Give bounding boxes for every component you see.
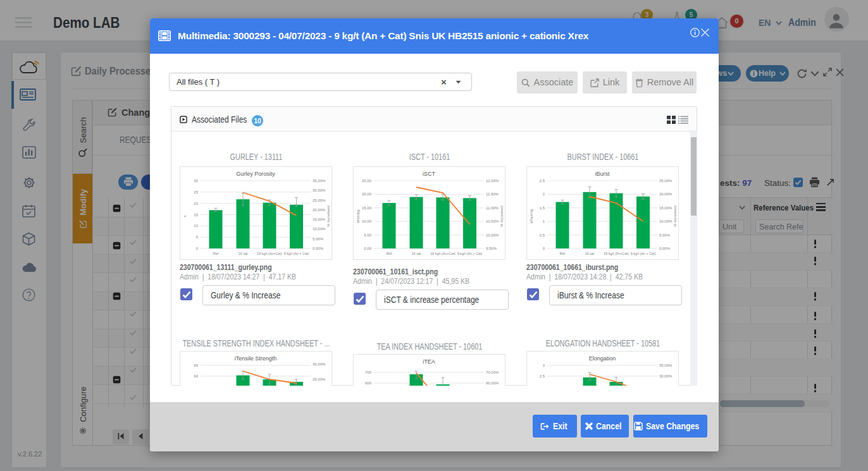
svg-text:15,00%: 15,00%: [313, 217, 326, 221]
svg-text:20,00%: 20,00%: [659, 192, 673, 196]
svg-text:25,00: 25,00: [362, 179, 372, 183]
svg-text:9,50%: 9,50%: [486, 247, 497, 250]
svg-text:15,00: 15,00: [362, 206, 372, 210]
svg-text:11,00%: 11,00%: [486, 206, 499, 210]
svg-text:30,00%: 30,00%: [659, 374, 673, 378]
svg-text:70,00%: 70,00%: [486, 370, 499, 374]
svg-text:30: 30: [194, 179, 198, 183]
svg-text:16 cat: 16 cat: [239, 252, 248, 255]
svg-text:10,50%: 10,50%: [486, 219, 499, 223]
svg-text:25,00%: 25,00%: [313, 199, 326, 202]
svg-text:5,00%: 5,00%: [659, 233, 671, 237]
svg-text:25,00%: 25,00%: [313, 377, 326, 381]
svg-text:20,00: 20,00: [362, 192, 372, 196]
svg-text:kPam²/g: kPam²/g: [530, 209, 533, 223]
svg-text:1,5: 1,5: [540, 206, 545, 210]
svg-text:16 cat: 16 cat: [412, 252, 421, 255]
svg-text:35,00%: 35,00%: [313, 179, 326, 183]
svg-text:% Increment: % Increment: [326, 205, 330, 227]
svg-text:11,50%: 11,50%: [486, 192, 499, 196]
svg-text:Ref: Ref: [560, 252, 566, 255]
svg-text:10,00: 10,00: [362, 219, 372, 223]
svg-text:60,00%: 60,00%: [486, 381, 499, 385]
svg-text:Ref: Ref: [213, 252, 219, 255]
svg-text:15: 15: [194, 213, 198, 217]
svg-text:9 kg/t (An + Cat): 9 kg/t (An + Cat): [457, 252, 483, 255]
svg-text:16 kg/t (An+Cat): 16 kg/t (An+Cat): [430, 252, 456, 255]
svg-text:0,00%: 0,00%: [659, 247, 671, 250]
svg-text:16 cat: 16 cat: [585, 252, 595, 255]
svg-text:30,00%: 30,00%: [313, 362, 326, 366]
svg-text:10,00%: 10,00%: [313, 227, 326, 231]
svg-text:15,00%: 15,00%: [659, 206, 673, 210]
svg-text:60: 60: [194, 374, 198, 378]
svg-text:10,00%: 10,00%: [486, 233, 499, 237]
svg-text:0,00: 0,00: [364, 247, 371, 250]
svg-text:30,00%: 30,00%: [313, 188, 326, 192]
svg-text:Gurley Porosity: Gurley Porosity: [236, 171, 275, 177]
svg-text:0,5: 0,5: [540, 233, 545, 237]
svg-text:0,00%: 0,00%: [313, 247, 324, 250]
svg-text:20: 20: [194, 202, 198, 205]
svg-text:25: 25: [194, 190, 198, 194]
svg-text:2,5: 2,5: [540, 374, 545, 378]
svg-text:700: 700: [365, 370, 372, 374]
svg-text:kNm/kg: kNm/kg: [356, 210, 360, 223]
svg-text:5,00%: 5,00%: [313, 237, 324, 241]
svg-text:5,00: 5,00: [364, 233, 371, 237]
svg-text:10: 10: [194, 224, 198, 228]
svg-text:16 kg/t (An+Cat): 16 kg/t (An+Cat): [257, 252, 282, 255]
svg-text:iTEA: iTEA: [423, 358, 435, 365]
svg-text:Ref: Ref: [387, 252, 392, 255]
svg-text:16 kg/t (An+Cat): 16 kg/t (An+Cat): [604, 252, 629, 255]
svg-text:600: 600: [365, 381, 372, 385]
svg-text:iSCT: iSCT: [423, 171, 436, 177]
svg-text:9 kg/t (An + Cat): 9 kg/t (An + Cat): [284, 252, 309, 255]
svg-text:25,00%: 25,00%: [659, 179, 673, 183]
svg-text:iBurst: iBurst: [595, 171, 610, 177]
svg-text:55: 55: [194, 385, 198, 386]
svg-text:% Increment: % Increment: [673, 205, 677, 227]
svg-text:Elongation: Elongation: [589, 355, 616, 362]
svg-text:20,00%: 20,00%: [313, 208, 326, 212]
svg-text:12,00%: 12,00%: [486, 179, 499, 183]
svg-text:10,00%: 10,00%: [659, 219, 673, 223]
svg-text:2,5: 2,5: [540, 179, 545, 183]
svg-text:65: 65: [194, 364, 198, 367]
svg-text:iTensile Strength: iTensile Strength: [235, 355, 277, 362]
svg-text:9 kg/t (An + Cat): 9 kg/t (An + Cat): [631, 252, 656, 255]
svg-text:35,00%: 35,00%: [659, 364, 673, 367]
svg-text:% Increment: % Increment: [500, 205, 504, 227]
svg-text:s: s: [183, 216, 187, 217]
